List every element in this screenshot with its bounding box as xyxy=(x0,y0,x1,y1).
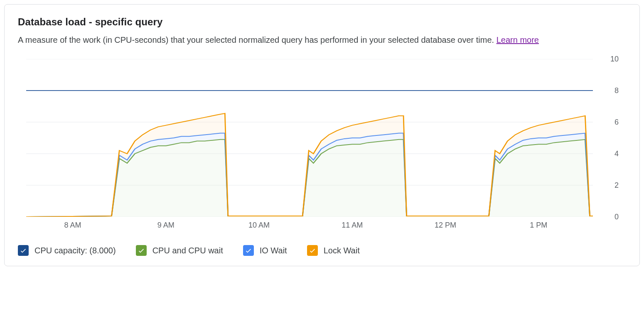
x-tick-label: 11 AM xyxy=(342,221,363,230)
legend-label: CPU and CPU wait xyxy=(152,246,223,255)
legend-item-lock[interactable]: Lock Wait xyxy=(307,245,360,256)
chart-legend: CPU capacity: (8.000) CPU and CPU wait I… xyxy=(18,245,626,256)
y-tick-label: 6 xyxy=(615,118,619,127)
legend-label: IO Wait xyxy=(260,246,287,255)
x-tick-label: 12 PM xyxy=(435,221,456,230)
chart-plot xyxy=(26,59,593,217)
y-tick-label: 8 xyxy=(615,86,619,95)
chart-svg xyxy=(26,59,593,217)
subtitle-text: A measure of the work (in CPU-seconds) t… xyxy=(18,35,497,44)
legend-item-io[interactable]: IO Wait xyxy=(243,245,287,256)
x-axis-ticks: 8 AM9 AM10 AM11 AM12 PM1 PM xyxy=(26,221,593,233)
y-tick-label: 0 xyxy=(615,213,619,221)
legend-item-cpu[interactable]: CPU and CPU wait xyxy=(136,245,223,256)
x-tick-label: 9 AM xyxy=(157,221,175,230)
checkbox-icon xyxy=(136,245,147,256)
card-subtitle: A measure of the work (in CPU-seconds) t… xyxy=(18,34,558,47)
y-tick-label: 4 xyxy=(615,150,619,158)
checkbox-icon xyxy=(18,245,29,256)
legend-label: Lock Wait xyxy=(324,246,360,255)
x-tick-label: 10 AM xyxy=(248,221,270,230)
checkbox-icon xyxy=(243,245,254,256)
db-load-card: Database load - specific query A measure… xyxy=(4,4,640,266)
checkbox-icon xyxy=(307,245,318,256)
x-tick-label: 8 AM xyxy=(64,221,81,230)
y-axis-ticks: 0246810 xyxy=(597,59,626,217)
legend-item-capacity[interactable]: CPU capacity: (8.000) xyxy=(18,245,116,256)
learn-more-link[interactable]: Learn more xyxy=(497,35,539,44)
card-title: Database load - specific query xyxy=(18,16,626,28)
x-tick-label: 1 PM xyxy=(530,221,547,230)
chart-container: 0246810 8 AM9 AM10 AM11 AM12 PM1 PM xyxy=(18,59,626,238)
legend-label: CPU capacity: (8.000) xyxy=(34,246,116,255)
y-tick-label: 10 xyxy=(610,55,619,64)
y-tick-label: 2 xyxy=(615,181,619,190)
